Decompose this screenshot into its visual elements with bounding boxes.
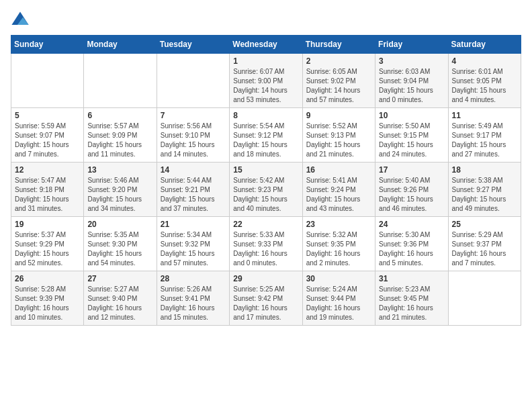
day-info: Sunrise: 5:40 AM Sunset: 9:26 PM Dayligh… <box>379 176 444 214</box>
day-number: 31 <box>379 274 444 283</box>
day-info: Sunrise: 6:03 AM Sunset: 9:04 PM Dayligh… <box>379 67 444 105</box>
day-cell: 15Sunrise: 5:42 AM Sunset: 9:23 PM Dayli… <box>230 163 302 217</box>
day-info: Sunrise: 5:57 AM Sunset: 9:09 PM Dayligh… <box>87 122 152 159</box>
day-cell: 1Sunrise: 6:07 AM Sunset: 9:00 PM Daylig… <box>230 54 302 108</box>
day-cell: 11Sunrise: 5:49 AM Sunset: 9:17 PM Dayli… <box>448 108 521 163</box>
day-number: 27 <box>87 274 152 283</box>
day-cell: 22Sunrise: 5:33 AM Sunset: 9:33 PM Dayli… <box>230 217 302 271</box>
day-info: Sunrise: 5:34 AM Sunset: 9:32 PM Dayligh… <box>161 230 226 268</box>
day-cell: 18Sunrise: 5:38 AM Sunset: 9:27 PM Dayli… <box>448 163 521 217</box>
day-number: 23 <box>306 220 371 229</box>
day-info: Sunrise: 5:30 AM Sunset: 9:36 PM Dayligh… <box>379 230 444 268</box>
calendar-body: 1Sunrise: 6:07 AM Sunset: 9:00 PM Daylig… <box>11 54 521 326</box>
header-cell-wednesday: Wednesday <box>230 36 302 54</box>
calendar-table: SundayMondayTuesdayWednesdayThursdayFrid… <box>11 35 521 326</box>
logo <box>11 11 32 30</box>
day-cell <box>157 54 229 108</box>
day-cell: 28Sunrise: 5:26 AM Sunset: 9:41 PM Dayli… <box>157 271 229 326</box>
header-cell-friday: Friday <box>375 36 448 54</box>
day-cell: 12Sunrise: 5:47 AM Sunset: 9:18 PM Dayli… <box>11 163 84 217</box>
day-info: Sunrise: 5:25 AM Sunset: 9:42 PM Dayligh… <box>233 285 298 322</box>
day-cell: 17Sunrise: 5:40 AM Sunset: 9:26 PM Dayli… <box>375 163 448 217</box>
day-cell: 6Sunrise: 5:57 AM Sunset: 9:09 PM Daylig… <box>84 108 157 163</box>
day-info: Sunrise: 6:01 AM Sunset: 9:05 PM Dayligh… <box>452 67 517 105</box>
day-cell: 30Sunrise: 5:24 AM Sunset: 9:44 PM Dayli… <box>302 271 375 326</box>
week-row-1: 1Sunrise: 6:07 AM Sunset: 9:00 PM Daylig… <box>11 54 521 108</box>
day-number: 2 <box>306 56 371 66</box>
day-cell: 16Sunrise: 5:41 AM Sunset: 9:24 PM Dayli… <box>302 163 375 217</box>
day-info: Sunrise: 5:23 AM Sunset: 9:45 PM Dayligh… <box>379 285 444 322</box>
day-cell: 20Sunrise: 5:35 AM Sunset: 9:30 PM Dayli… <box>84 217 157 271</box>
day-number: 10 <box>379 111 444 120</box>
week-row-5: 26Sunrise: 5:28 AM Sunset: 9:39 PM Dayli… <box>11 271 521 326</box>
day-info: Sunrise: 5:38 AM Sunset: 9:27 PM Dayligh… <box>452 176 517 214</box>
day-info: Sunrise: 5:50 AM Sunset: 9:15 PM Dayligh… <box>379 122 444 159</box>
day-number: 29 <box>233 274 298 283</box>
day-cell <box>448 271 521 326</box>
day-number: 16 <box>306 165 371 175</box>
day-info: Sunrise: 5:28 AM Sunset: 9:39 PM Dayligh… <box>15 285 80 322</box>
header-cell-sunday: Sunday <box>11 36 84 54</box>
day-number: 20 <box>87 220 152 229</box>
day-cell <box>84 54 157 108</box>
day-number: 3 <box>379 56 444 66</box>
day-info: Sunrise: 5:49 AM Sunset: 9:17 PM Dayligh… <box>452 122 517 159</box>
day-cell: 3Sunrise: 6:03 AM Sunset: 9:04 PM Daylig… <box>375 54 448 108</box>
day-number: 22 <box>233 220 298 229</box>
day-info: Sunrise: 6:05 AM Sunset: 9:02 PM Dayligh… <box>306 67 371 105</box>
header-row: SundayMondayTuesdayWednesdayThursdayFrid… <box>11 36 521 54</box>
day-info: Sunrise: 6:07 AM Sunset: 9:00 PM Dayligh… <box>233 67 298 105</box>
day-info: Sunrise: 5:33 AM Sunset: 9:33 PM Dayligh… <box>233 230 298 268</box>
day-info: Sunrise: 5:26 AM Sunset: 9:41 PM Dayligh… <box>161 285 226 322</box>
day-cell: 5Sunrise: 5:59 AM Sunset: 9:07 PM Daylig… <box>11 108 84 163</box>
week-row-3: 12Sunrise: 5:47 AM Sunset: 9:18 PM Dayli… <box>11 163 521 217</box>
day-number: 9 <box>306 111 371 120</box>
day-cell: 29Sunrise: 5:25 AM Sunset: 9:42 PM Dayli… <box>230 271 302 326</box>
day-info: Sunrise: 5:59 AM Sunset: 9:07 PM Dayligh… <box>15 122 80 159</box>
day-number: 17 <box>379 165 444 175</box>
day-number: 5 <box>15 111 80 120</box>
day-info: Sunrise: 5:47 AM Sunset: 9:18 PM Dayligh… <box>15 176 80 214</box>
day-info: Sunrise: 5:37 AM Sunset: 9:29 PM Dayligh… <box>15 230 80 268</box>
day-cell: 4Sunrise: 6:01 AM Sunset: 9:05 PM Daylig… <box>448 54 521 108</box>
day-cell: 10Sunrise: 5:50 AM Sunset: 9:15 PM Dayli… <box>375 108 448 163</box>
header-cell-monday: Monday <box>84 36 157 54</box>
logo-icon <box>11 11 30 30</box>
day-info: Sunrise: 5:41 AM Sunset: 9:24 PM Dayligh… <box>306 176 371 214</box>
day-info: Sunrise: 5:54 AM Sunset: 9:12 PM Dayligh… <box>233 122 298 159</box>
day-number: 26 <box>15 274 80 283</box>
day-number: 6 <box>87 111 152 120</box>
day-number: 25 <box>452 220 517 229</box>
day-cell: 23Sunrise: 5:32 AM Sunset: 9:35 PM Dayli… <box>302 217 375 271</box>
day-number: 1 <box>233 56 298 66</box>
header <box>11 11 521 30</box>
day-cell <box>11 54 84 108</box>
day-number: 15 <box>233 165 298 175</box>
day-cell: 27Sunrise: 5:27 AM Sunset: 9:40 PM Dayli… <box>84 271 157 326</box>
day-cell: 14Sunrise: 5:44 AM Sunset: 9:21 PM Dayli… <box>157 163 229 217</box>
header-cell-saturday: Saturday <box>448 36 521 54</box>
day-cell: 9Sunrise: 5:52 AM Sunset: 9:13 PM Daylig… <box>302 108 375 163</box>
day-cell: 24Sunrise: 5:30 AM Sunset: 9:36 PM Dayli… <box>375 217 448 271</box>
day-number: 14 <box>161 165 226 175</box>
day-info: Sunrise: 5:24 AM Sunset: 9:44 PM Dayligh… <box>306 285 371 322</box>
day-info: Sunrise: 5:44 AM Sunset: 9:21 PM Dayligh… <box>161 176 226 214</box>
day-info: Sunrise: 5:46 AM Sunset: 9:20 PM Dayligh… <box>87 176 152 214</box>
day-cell: 25Sunrise: 5:29 AM Sunset: 9:37 PM Dayli… <box>448 217 521 271</box>
day-info: Sunrise: 5:32 AM Sunset: 9:35 PM Dayligh… <box>306 230 371 268</box>
day-info: Sunrise: 5:52 AM Sunset: 9:13 PM Dayligh… <box>306 122 371 159</box>
day-info: Sunrise: 5:56 AM Sunset: 9:10 PM Dayligh… <box>161 122 226 159</box>
week-row-4: 19Sunrise: 5:37 AM Sunset: 9:29 PM Dayli… <box>11 217 521 271</box>
day-info: Sunrise: 5:27 AM Sunset: 9:40 PM Dayligh… <box>87 285 152 322</box>
day-number: 18 <box>452 165 517 175</box>
day-number: 12 <box>15 165 80 175</box>
day-number: 19 <box>15 220 80 229</box>
day-cell: 7Sunrise: 5:56 AM Sunset: 9:10 PM Daylig… <box>157 108 229 163</box>
day-number: 24 <box>379 220 444 229</box>
day-number: 4 <box>452 56 517 66</box>
week-row-2: 5Sunrise: 5:59 AM Sunset: 9:07 PM Daylig… <box>11 108 521 163</box>
day-cell: 2Sunrise: 6:05 AM Sunset: 9:02 PM Daylig… <box>302 54 375 108</box>
day-cell: 8Sunrise: 5:54 AM Sunset: 9:12 PM Daylig… <box>230 108 302 163</box>
day-cell: 13Sunrise: 5:46 AM Sunset: 9:20 PM Dayli… <box>84 163 157 217</box>
day-cell: 19Sunrise: 5:37 AM Sunset: 9:29 PM Dayli… <box>11 217 84 271</box>
